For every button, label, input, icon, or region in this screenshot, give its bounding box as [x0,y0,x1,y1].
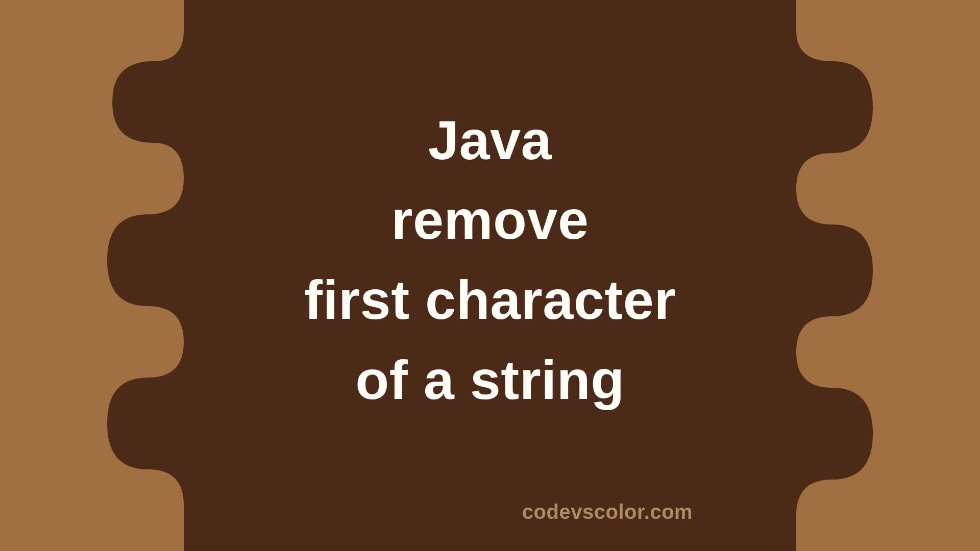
main-title: Java remove first character of a string [304,101,676,420]
watermark-text: codevscolor.com [522,500,693,523]
content-area: Java remove first character of a string [0,0,980,551]
